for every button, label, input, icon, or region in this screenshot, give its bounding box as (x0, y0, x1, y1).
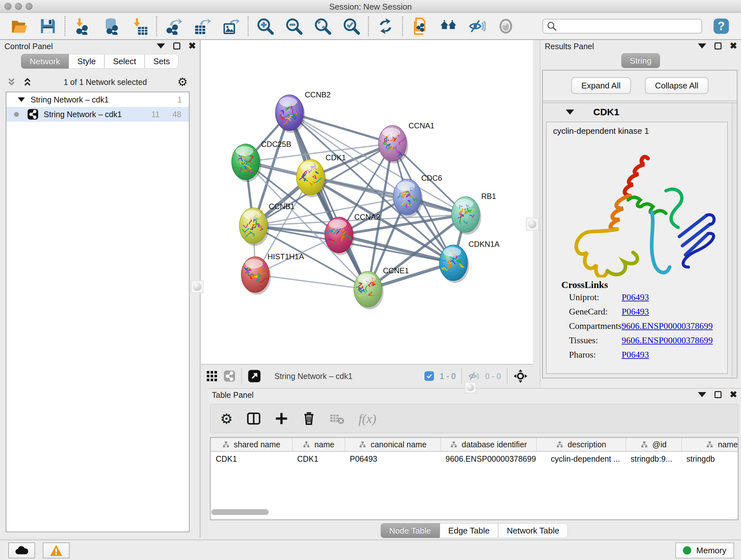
clone-network-icon[interactable] (411, 17, 428, 35)
cloud-button[interactable] (8, 543, 35, 558)
crosslink-link[interactable]: P06493 (622, 292, 649, 302)
column-header-id[interactable]: @id (625, 438, 681, 451)
column-header-sharedname[interactable]: shared name (211, 438, 292, 451)
table-cell[interactable]: cyclin-dependent ... (536, 452, 625, 466)
selected-count-checkbox-icon[interactable] (424, 371, 434, 381)
table-cell[interactable]: 9606.ENSP00000378699 (441, 452, 536, 466)
node-label: CDK1 (326, 153, 346, 162)
column-header-canonicalname[interactable]: canonical name (345, 438, 441, 451)
panel-float-icon[interactable] (715, 391, 722, 398)
protein-ribbon-stroke (652, 212, 670, 273)
hide-unhide-icon[interactable] (468, 17, 486, 35)
crosslink-link[interactable]: 9606.ENSP00000378699 (622, 321, 713, 331)
network-node-RB1[interactable]: RB1 (452, 192, 496, 235)
add-column-icon[interactable] (275, 412, 288, 425)
network-node-CDKN1A[interactable]: CDKN1A (440, 240, 499, 283)
zoom-selected-icon[interactable] (342, 17, 360, 35)
table-cell[interactable]: stringdb:9... (625, 452, 681, 466)
table-horizontal-scrollbar[interactable] (211, 509, 269, 515)
table-cell[interactable]: CDK1 (292, 452, 345, 466)
network-node-CDC6[interactable]: CDC6 (393, 174, 442, 217)
open-session-icon[interactable] (10, 17, 28, 35)
open-view-icon[interactable] (248, 369, 261, 383)
refresh-icon[interactable] (377, 17, 394, 35)
panel-menu-icon[interactable] (157, 44, 165, 49)
tab-select[interactable]: Select (105, 54, 145, 69)
birdseye-share-icon[interactable] (223, 370, 235, 382)
export-image-icon[interactable] (222, 17, 240, 35)
export-table-icon[interactable] (193, 17, 211, 35)
network-options-gear-icon[interactable]: ⚙ (178, 75, 188, 89)
tree-expander-icon[interactable] (18, 98, 25, 102)
tab-string[interactable]: String (621, 53, 660, 68)
column-header-databaseidentifier[interactable]: database identifier (441, 438, 536, 451)
table-row[interactable]: CDK1CDK1P064939606.ENSP00000378699cyclin… (211, 452, 738, 466)
navigator-crosshair-icon[interactable] (513, 369, 528, 383)
warnings-button[interactable] (43, 543, 70, 558)
table-cell[interactable]: stringdb (681, 452, 738, 466)
zoom-in-icon[interactable] (256, 17, 274, 35)
network-node-CCNB2[interactable]: CCNB2 (275, 90, 331, 133)
tab-network-table[interactable]: Network Table (498, 523, 568, 538)
tab-style[interactable]: Style (69, 54, 105, 69)
collapse-all-icon[interactable] (6, 76, 17, 88)
panel-close-icon[interactable]: ✖ (730, 391, 737, 398)
tab-node-table[interactable]: Node Table (381, 523, 440, 538)
import-network-file-icon[interactable] (73, 17, 91, 35)
panel-close-icon[interactable]: ✖ (189, 43, 196, 50)
network-node-CCNE1[interactable]: CCNE1 (354, 266, 409, 309)
protein-ribbon-stroke (679, 215, 710, 255)
tab-network[interactable]: Network (21, 54, 69, 69)
tab-sets[interactable]: Sets (145, 54, 179, 69)
network-label: String Network – cdk1 (44, 110, 122, 119)
crosslink-link[interactable]: P06493 (622, 307, 649, 317)
collapse-all-button[interactable]: Collapse All (645, 77, 709, 94)
network-collection-row[interactable]: String Network – cdk1 1 (6, 92, 189, 107)
export-network-icon[interactable] (165, 17, 183, 35)
delete-column-trash-icon[interactable] (302, 412, 316, 425)
table-cell[interactable]: P06493 (345, 452, 441, 466)
preview-eye-icon[interactable] (497, 17, 515, 35)
help-icon[interactable]: ? (714, 18, 729, 34)
network-node-CCNA2[interactable]: CCNA2 (324, 212, 381, 255)
network-node-CDC25B[interactable]: CDC25B (232, 140, 291, 182)
zoom-out-icon[interactable] (285, 17, 303, 35)
column-header-name[interactable]: name (292, 438, 345, 451)
crosslink-link[interactable]: P06493 (622, 350, 649, 360)
expand-all-button[interactable]: Expand All (571, 77, 631, 94)
network-node-HIST1H1A[interactable]: HIST1H1A (241, 252, 304, 295)
table-cell[interactable]: CDK1 (211, 452, 292, 466)
bottom-splitter-handle[interactable] (465, 382, 476, 393)
panel-menu-icon[interactable] (698, 392, 706, 397)
network-edge-CCNB2-CCNE1[interactable] (289, 113, 368, 289)
show-columns-icon[interactable] (247, 412, 261, 426)
grid-view-icon[interactable] (206, 370, 218, 382)
gene-collapse-icon[interactable] (566, 110, 574, 115)
save-session-icon[interactable] (39, 17, 57, 35)
node-table[interactable]: shared namenamecanonical namedatabase id… (210, 437, 738, 520)
panel-float-icon[interactable] (173, 43, 180, 50)
search-input[interactable] (557, 22, 697, 30)
column-header-description[interactable]: description (536, 438, 625, 451)
import-table-icon[interactable] (131, 17, 148, 35)
tab-edge-table[interactable]: Edge Table (440, 523, 498, 538)
memory-button[interactable]: Memory (675, 543, 734, 558)
zoom-fit-icon[interactable] (314, 17, 332, 35)
expand-all-icon[interactable] (22, 76, 33, 88)
table-settings-gear-icon[interactable]: ⚙ (220, 411, 232, 427)
left-splitter-handle[interactable] (191, 280, 204, 293)
panel-menu-icon[interactable] (698, 44, 706, 49)
results-scrollbar[interactable] (732, 103, 737, 376)
panel-float-icon[interactable] (715, 43, 722, 50)
table-header-row: shared namenamecanonical namedatabase id… (211, 438, 738, 452)
string-home-icon[interactable] (440, 17, 457, 35)
import-network-database-icon[interactable] (102, 17, 120, 35)
column-header-label: name (314, 440, 334, 449)
column-header-namespace[interactable]: namespace (681, 438, 738, 451)
crosslink-link[interactable]: 9606.ENSP00000378699 (622, 335, 713, 346)
network-canvas[interactable]: CCNB2CCNA1CDC25BCDK1CDC6RB1CCNB1CCNA2CDK… (201, 40, 533, 364)
network-edge-CCNE1-HIST1H1A[interactable] (255, 274, 368, 289)
panel-close-icon[interactable]: ✖ (730, 43, 737, 50)
network-row-selected[interactable]: String Network – cdk1 11 48 (6, 107, 189, 122)
right-splitter-handle[interactable] (526, 218, 539, 231)
